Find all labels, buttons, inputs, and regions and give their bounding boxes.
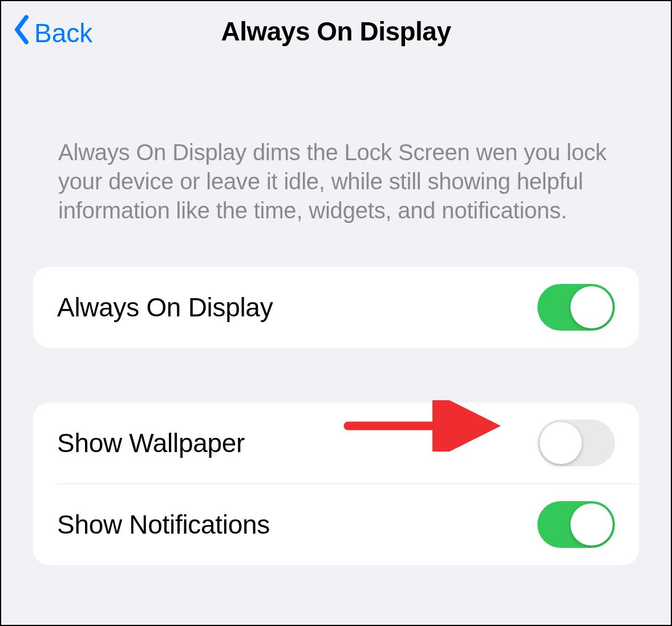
settings-group-primary: Always On Display: [33, 267, 639, 348]
settings-group-secondary: Show Wallpaper Show Notifications: [33, 403, 639, 565]
section-description: Always On Display dims the Lock Screen w…: [33, 138, 639, 226]
page-title: Always On Display: [1, 16, 671, 47]
row-label-show-wallpaper: Show Wallpaper: [57, 428, 245, 458]
toggle-knob-icon: [540, 422, 582, 464]
toggle-show-notifications[interactable]: [537, 501, 615, 548]
toggle-knob-icon: [570, 503, 613, 546]
toggle-knob-icon: [570, 286, 613, 328]
row-show-wallpaper: Show Wallpaper: [33, 403, 639, 483]
nav-bar: Back Always On Display: [1, 1, 671, 64]
row-always-on-display: Always On Display: [33, 267, 639, 348]
settings-screen: Back Always On Display Always On Display…: [0, 0, 672, 626]
toggle-show-wallpaper[interactable]: [537, 420, 615, 466]
row-label-show-notifications: Show Notifications: [57, 509, 270, 540]
row-show-notifications: Show Notifications: [57, 483, 639, 565]
toggle-always-on-display[interactable]: [537, 284, 615, 331]
row-label-always-on-display: Always On Display: [57, 292, 273, 323]
